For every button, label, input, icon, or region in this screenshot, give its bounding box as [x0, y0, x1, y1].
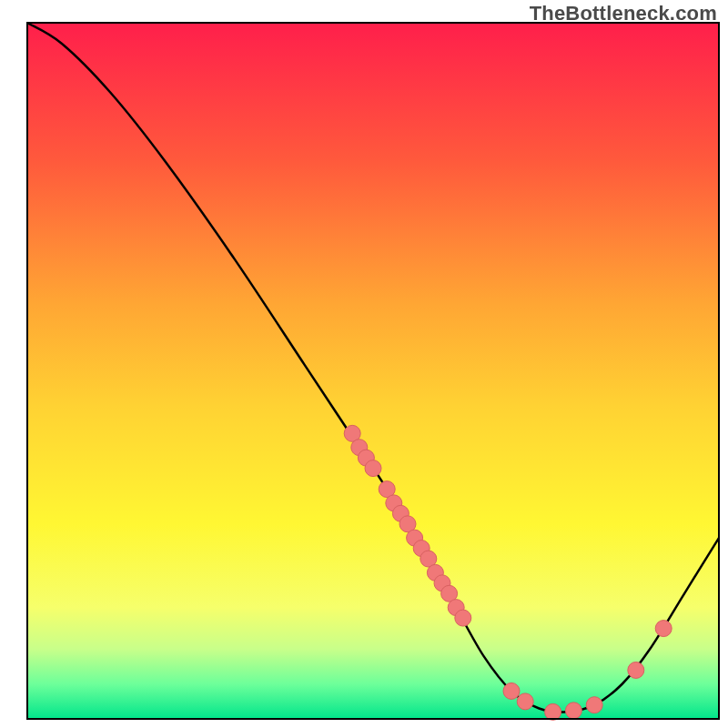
data-point	[628, 662, 644, 678]
data-point	[565, 703, 581, 719]
watermark-text: TheBottleneck.com	[530, 2, 717, 25]
data-point	[503, 682, 520, 699]
data-point	[655, 621, 672, 637]
bottleneck-chart	[0, 0, 728, 728]
data-point	[517, 693, 533, 710]
data-point	[455, 610, 471, 626]
plot-background	[27, 23, 719, 719]
data-point	[365, 460, 381, 477]
data-point	[586, 697, 602, 713]
data-point	[545, 703, 561, 720]
